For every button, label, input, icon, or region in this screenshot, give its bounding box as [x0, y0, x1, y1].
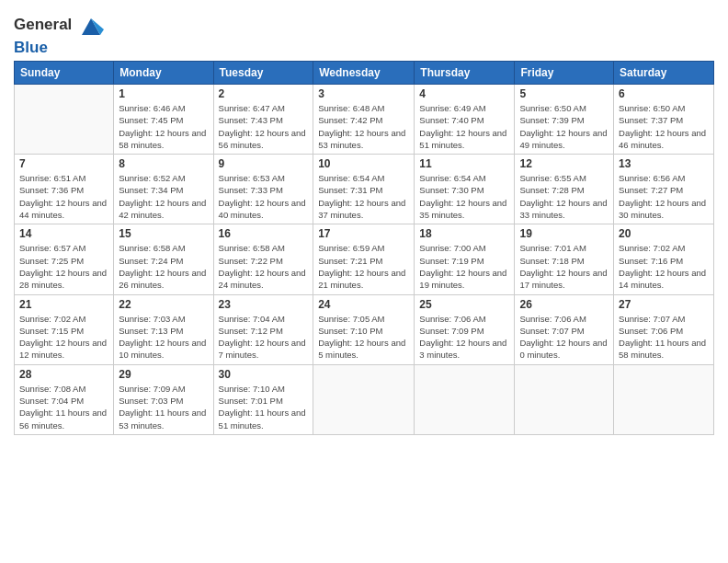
- logo-general: General: [14, 13, 104, 39]
- day-info: Sunrise: 6:57 AMSunset: 7:25 PMDaylight:…: [19, 242, 108, 291]
- day-info: Sunrise: 6:58 AMSunset: 7:24 PMDaylight:…: [119, 242, 208, 291]
- calendar-day-cell: [15, 85, 114, 155]
- calendar-day-cell: [415, 364, 515, 434]
- logo: General Blue: [14, 13, 104, 57]
- calendar-day-cell: 9Sunrise: 6:53 AMSunset: 7:33 PMDaylight…: [213, 155, 313, 224]
- weekday-header: Monday: [114, 62, 213, 85]
- calendar-day-cell: 11Sunrise: 6:54 AMSunset: 7:30 PMDayligh…: [415, 155, 515, 224]
- day-info: Sunrise: 7:06 AMSunset: 7:09 PMDaylight:…: [419, 313, 509, 362]
- day-info: Sunrise: 6:53 AMSunset: 7:33 PMDaylight:…: [219, 172, 309, 221]
- day-info: Sunrise: 7:02 AMSunset: 7:15 PMDaylight:…: [19, 313, 108, 362]
- calendar-week-row: 28Sunrise: 7:08 AMSunset: 7:04 PMDayligh…: [15, 364, 714, 434]
- day-info: Sunrise: 7:03 AMSunset: 7:13 PMDaylight:…: [119, 313, 208, 362]
- calendar-day-cell: 10Sunrise: 6:54 AMSunset: 7:31 PMDayligh…: [313, 155, 415, 224]
- day-number: 3: [318, 87, 409, 100]
- day-number: 30: [219, 368, 309, 381]
- day-number: 6: [619, 87, 709, 100]
- calendar-week-row: 1Sunrise: 6:46 AMSunset: 7:45 PMDaylight…: [15, 85, 714, 155]
- calendar-day-cell: 5Sunrise: 6:50 AMSunset: 7:39 PMDaylight…: [515, 85, 614, 155]
- logo-blue: Blue: [14, 39, 104, 57]
- calendar-day-cell: 19Sunrise: 7:01 AMSunset: 7:18 PMDayligh…: [515, 224, 614, 294]
- weekday-header: Wednesday: [313, 62, 415, 85]
- day-number: 21: [19, 298, 108, 311]
- calendar-day-cell: 8Sunrise: 6:52 AMSunset: 7:34 PMDaylight…: [114, 155, 213, 224]
- calendar-day-cell: 17Sunrise: 6:59 AMSunset: 7:21 PMDayligh…: [313, 224, 415, 294]
- day-number: 11: [419, 157, 509, 170]
- day-number: 23: [219, 298, 309, 311]
- calendar-day-cell: 12Sunrise: 6:55 AMSunset: 7:28 PMDayligh…: [515, 155, 614, 224]
- day-number: 10: [318, 157, 409, 170]
- day-info: Sunrise: 6:49 AMSunset: 7:40 PMDaylight:…: [419, 102, 509, 151]
- day-info: Sunrise: 7:07 AMSunset: 7:06 PMDaylight:…: [619, 313, 709, 362]
- calendar-day-cell: 15Sunrise: 6:58 AMSunset: 7:24 PMDayligh…: [114, 224, 213, 294]
- weekday-header: Friday: [515, 62, 614, 85]
- day-info: Sunrise: 6:51 AMSunset: 7:36 PMDaylight:…: [19, 172, 108, 221]
- calendar-day-cell: 26Sunrise: 7:06 AMSunset: 7:07 PMDayligh…: [515, 294, 614, 364]
- logo-icon: [78, 13, 104, 39]
- day-number: 7: [19, 157, 108, 170]
- weekday-header: Sunday: [15, 62, 114, 85]
- day-number: 16: [219, 227, 309, 240]
- day-number: 25: [419, 298, 509, 311]
- day-info: Sunrise: 7:04 AMSunset: 7:12 PMDaylight:…: [219, 313, 309, 362]
- day-number: 18: [419, 227, 509, 240]
- header: General Blue: [14, 9, 714, 57]
- day-number: 1: [119, 87, 208, 100]
- calendar-day-cell: 2Sunrise: 6:47 AMSunset: 7:43 PMDaylight…: [213, 85, 313, 155]
- calendar-day-cell: 6Sunrise: 6:50 AMSunset: 7:37 PMDaylight…: [614, 85, 714, 155]
- day-info: Sunrise: 6:50 AMSunset: 7:37 PMDaylight:…: [619, 102, 709, 151]
- calendar-day-cell: 30Sunrise: 7:10 AMSunset: 7:01 PMDayligh…: [213, 364, 313, 434]
- day-number: 15: [119, 227, 208, 240]
- day-number: 28: [19, 368, 108, 381]
- day-number: 29: [119, 368, 208, 381]
- day-info: Sunrise: 6:48 AMSunset: 7:42 PMDaylight:…: [318, 102, 409, 151]
- day-number: 12: [519, 157, 609, 170]
- calendar-day-cell: 24Sunrise: 7:05 AMSunset: 7:10 PMDayligh…: [313, 294, 415, 364]
- day-info: Sunrise: 7:05 AMSunset: 7:10 PMDaylight:…: [318, 313, 409, 362]
- calendar-day-cell: 16Sunrise: 6:58 AMSunset: 7:22 PMDayligh…: [213, 224, 313, 294]
- calendar-day-cell: 1Sunrise: 6:46 AMSunset: 7:45 PMDaylight…: [114, 85, 213, 155]
- day-info: Sunrise: 6:56 AMSunset: 7:27 PMDaylight:…: [619, 172, 709, 221]
- calendar-week-row: 21Sunrise: 7:02 AMSunset: 7:15 PMDayligh…: [15, 294, 714, 364]
- day-info: Sunrise: 7:08 AMSunset: 7:04 PMDaylight:…: [19, 383, 108, 431]
- page-container: General Blue SundayMondayTuesdayWednesda…: [0, 0, 728, 444]
- calendar-day-cell: 21Sunrise: 7:02 AMSunset: 7:15 PMDayligh…: [15, 294, 114, 364]
- day-info: Sunrise: 6:54 AMSunset: 7:30 PMDaylight:…: [419, 172, 509, 221]
- calendar-day-cell: 18Sunrise: 7:00 AMSunset: 7:19 PMDayligh…: [415, 224, 515, 294]
- day-info: Sunrise: 7:01 AMSunset: 7:18 PMDaylight:…: [519, 242, 609, 291]
- day-info: Sunrise: 7:00 AMSunset: 7:19 PMDaylight:…: [419, 242, 509, 291]
- calendar-day-cell: [313, 364, 415, 434]
- day-number: 19: [519, 227, 609, 240]
- calendar-header-row: SundayMondayTuesdayWednesdayThursdayFrid…: [15, 62, 714, 85]
- day-info: Sunrise: 6:54 AMSunset: 7:31 PMDaylight:…: [318, 172, 409, 221]
- day-info: Sunrise: 7:09 AMSunset: 7:03 PMDaylight:…: [119, 383, 208, 431]
- day-info: Sunrise: 6:59 AMSunset: 7:21 PMDaylight:…: [318, 242, 409, 291]
- day-number: 27: [619, 298, 709, 311]
- day-number: 5: [519, 87, 609, 100]
- calendar-day-cell: 29Sunrise: 7:09 AMSunset: 7:03 PMDayligh…: [114, 364, 213, 434]
- weekday-header: Saturday: [614, 62, 714, 85]
- weekday-header: Tuesday: [213, 62, 313, 85]
- calendar-day-cell: 3Sunrise: 6:48 AMSunset: 7:42 PMDaylight…: [313, 85, 415, 155]
- calendar-day-cell: [614, 364, 714, 434]
- day-number: 14: [19, 227, 108, 240]
- day-info: Sunrise: 6:46 AMSunset: 7:45 PMDaylight:…: [119, 102, 208, 151]
- day-info: Sunrise: 6:47 AMSunset: 7:43 PMDaylight:…: [219, 102, 309, 151]
- calendar-week-row: 7Sunrise: 6:51 AMSunset: 7:36 PMDaylight…: [15, 155, 714, 224]
- day-number: 22: [119, 298, 208, 311]
- day-info: Sunrise: 6:50 AMSunset: 7:39 PMDaylight:…: [519, 102, 609, 151]
- day-number: 20: [619, 227, 709, 240]
- calendar-day-cell: 27Sunrise: 7:07 AMSunset: 7:06 PMDayligh…: [614, 294, 714, 364]
- day-number: 2: [219, 87, 309, 100]
- calendar: SundayMondayTuesdayWednesdayThursdayFrid…: [14, 61, 714, 435]
- calendar-week-row: 14Sunrise: 6:57 AMSunset: 7:25 PMDayligh…: [15, 224, 714, 294]
- calendar-day-cell: 23Sunrise: 7:04 AMSunset: 7:12 PMDayligh…: [213, 294, 313, 364]
- calendar-day-cell: 7Sunrise: 6:51 AMSunset: 7:36 PMDaylight…: [15, 155, 114, 224]
- calendar-day-cell: 4Sunrise: 6:49 AMSunset: 7:40 PMDaylight…: [415, 85, 515, 155]
- day-info: Sunrise: 7:02 AMSunset: 7:16 PMDaylight:…: [619, 242, 709, 291]
- calendar-day-cell: [515, 364, 614, 434]
- calendar-day-cell: 20Sunrise: 7:02 AMSunset: 7:16 PMDayligh…: [614, 224, 714, 294]
- day-number: 13: [619, 157, 709, 170]
- calendar-day-cell: 25Sunrise: 7:06 AMSunset: 7:09 PMDayligh…: [415, 294, 515, 364]
- calendar-day-cell: 22Sunrise: 7:03 AMSunset: 7:13 PMDayligh…: [114, 294, 213, 364]
